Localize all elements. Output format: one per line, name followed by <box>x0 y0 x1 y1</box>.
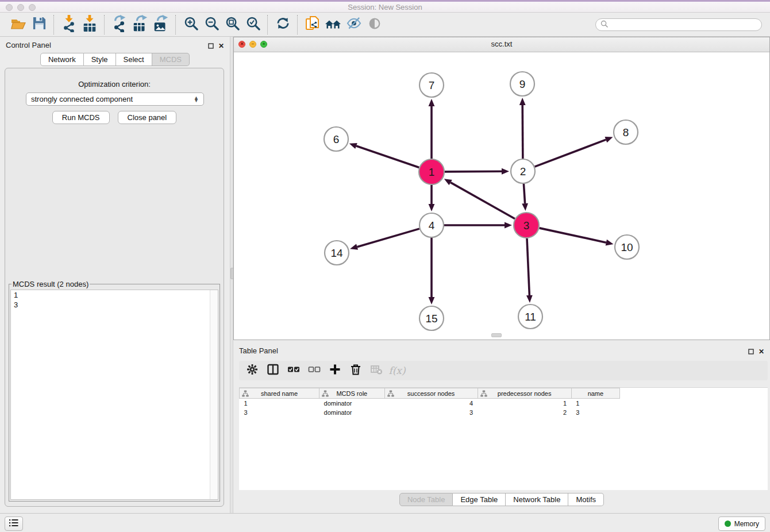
zoom-in-button[interactable] <box>180 14 201 35</box>
mcds-result-item[interactable]: 1 <box>11 290 218 300</box>
graph-node-6[interactable]: 6 <box>324 127 348 151</box>
export-network-icon <box>111 15 128 34</box>
first-neighbors-icon <box>325 17 341 32</box>
import-network-button[interactable] <box>59 14 79 35</box>
graph-node-9[interactable]: 9 <box>510 72 534 96</box>
memory-button[interactable]: Memory <box>718 516 765 531</box>
export-image-button[interactable] <box>151 14 171 35</box>
graph-node-1[interactable]: 1 <box>419 159 444 184</box>
table-cell[interactable]: 3 <box>240 408 319 417</box>
task-history-button[interactable] <box>5 516 23 531</box>
tab-select[interactable]: Select <box>116 53 152 66</box>
network-window-titlebar[interactable]: ✕ − + scc.txt <box>234 37 769 52</box>
column-header-mcds-role[interactable]: MCDS role <box>319 388 385 399</box>
zoom-fit-button[interactable] <box>222 14 242 35</box>
close-panel-icon[interactable]: ✕ <box>218 43 224 49</box>
graph-edge-2-3[interactable] <box>522 184 528 211</box>
float-panel-icon[interactable] <box>208 41 214 51</box>
table-cell[interactable]: 3 <box>384 408 478 417</box>
graph-node-2[interactable]: 2 <box>511 159 535 183</box>
horizontal-splitter-grip[interactable] <box>491 333 502 337</box>
list-icon <box>9 519 18 529</box>
new-network-from-selection-button[interactable] <box>302 14 323 35</box>
graph-edge-4-14[interactable] <box>350 229 419 250</box>
tab-node-table[interactable]: Node Table <box>399 493 453 506</box>
network-canvas[interactable]: 1234678910111415 <box>234 52 769 338</box>
deselect-all-button[interactable] <box>306 362 323 379</box>
table-cell[interactable]: 4 <box>384 399 478 408</box>
window-titlebar: Session: New Session <box>0 0 770 13</box>
table-options-button[interactable] <box>244 362 261 379</box>
graph-node-14[interactable]: 14 <box>325 241 349 265</box>
column-header-predecessor-nodes[interactable]: predecessor nodes <box>478 388 571 399</box>
search-input[interactable] <box>611 19 761 30</box>
show-column-button[interactable] <box>264 362 282 379</box>
column-header-name[interactable]: name <box>571 388 619 399</box>
graph-edge-2-8[interactable] <box>535 137 613 167</box>
mcds-result-item[interactable]: 3 <box>11 300 218 310</box>
tab-style[interactable]: Style <box>84 53 116 66</box>
table-cell[interactable]: 2 <box>478 408 571 417</box>
table-cell[interactable]: dominator <box>319 408 385 417</box>
graph-node-10[interactable]: 10 <box>615 235 639 259</box>
graph-node-11[interactable]: 11 <box>518 304 542 329</box>
add-icon <box>329 363 341 378</box>
graph-edge-1-4[interactable] <box>429 185 435 211</box>
table-row[interactable]: 3dominator323 <box>240 408 768 417</box>
zoom-out-button[interactable] <box>201 14 222 35</box>
table-cell[interactable]: 3 <box>571 408 619 417</box>
tab-network[interactable]: Network <box>40 53 84 66</box>
run-mcds-button[interactable]: Run MCDS <box>52 111 110 124</box>
node-table-wrap: shared nameMCDS rolesuccessor nodesprede… <box>239 387 768 490</box>
zoom-selected-button[interactable] <box>242 14 263 35</box>
tab-network-table[interactable]: Network Table <box>506 493 568 506</box>
graph-node-3[interactable]: 3 <box>514 213 539 238</box>
graph-edge-2-9[interactable] <box>519 98 526 159</box>
close-table-panel-icon[interactable]: ✕ <box>759 349 764 354</box>
refresh-button[interactable] <box>272 14 293 35</box>
import-table-button[interactable] <box>79 14 100 35</box>
table-cell[interactable]: 1 <box>478 399 571 408</box>
column-label: predecessor nodes <box>498 390 552 397</box>
table-cell[interactable]: 1 <box>240 399 319 408</box>
graph-edge-4-3[interactable] <box>444 222 512 229</box>
graph-node-8[interactable]: 8 <box>614 120 638 144</box>
column-header-shared-name[interactable]: shared name <box>240 388 319 399</box>
tab-mcds[interactable]: MCDS <box>152 53 190 66</box>
graph-edge-4-15[interactable] <box>429 238 435 304</box>
mcds-result-list[interactable]: 13 <box>10 290 218 500</box>
graph-node-4[interactable]: 4 <box>419 213 444 237</box>
graph-edge-1-6[interactable] <box>349 143 419 168</box>
float-table-panel-icon[interactable] <box>748 346 754 357</box>
export-table-button[interactable] <box>130 14 151 35</box>
result-scrollbar[interactable] <box>210 290 218 499</box>
open-session-button[interactable] <box>8 14 29 35</box>
new-network-from-selection-icon <box>305 16 320 34</box>
table-cell[interactable]: dominator <box>319 399 385 408</box>
hide-selected-button[interactable] <box>344 14 364 35</box>
close-panel-button[interactable]: Close panel <box>118 111 177 124</box>
first-neighbors-button[interactable] <box>323 14 344 35</box>
graph-edge-1-2[interactable] <box>445 168 509 175</box>
graph-node-7[interactable]: 7 <box>419 73 444 97</box>
svg-text:7: 7 <box>429 79 435 91</box>
select-all-button[interactable] <box>285 362 302 379</box>
graph-edge-3-1[interactable] <box>444 179 515 218</box>
delete-row-button[interactable] <box>347 362 364 379</box>
tab-motifs[interactable]: Motifs <box>568 493 604 506</box>
export-network-button[interactable] <box>109 14 130 35</box>
graph-edge-1-7[interactable] <box>429 99 435 159</box>
criterion-select[interactable]: strongly connected component ▲▼ <box>26 92 204 106</box>
control-panel-tabs: NetworkStyleSelectMCDS <box>0 53 230 66</box>
search-box[interactable] <box>595 18 762 31</box>
graph-edge-3-10[interactable] <box>539 228 613 246</box>
table-panel-title: Table Panel <box>239 346 278 355</box>
table-row[interactable]: 1dominator411 <box>240 399 768 408</box>
tab-edge-table[interactable]: Edge Table <box>453 493 506 506</box>
column-header-successor-nodes[interactable]: successor nodes <box>384 388 478 399</box>
save-session-button[interactable] <box>29 14 49 35</box>
graph-node-15[interactable]: 15 <box>419 306 444 330</box>
graph-edge-3-11[interactable] <box>526 238 533 303</box>
add-row-button[interactable] <box>326 362 344 379</box>
table-cell[interactable]: 1 <box>571 399 619 408</box>
